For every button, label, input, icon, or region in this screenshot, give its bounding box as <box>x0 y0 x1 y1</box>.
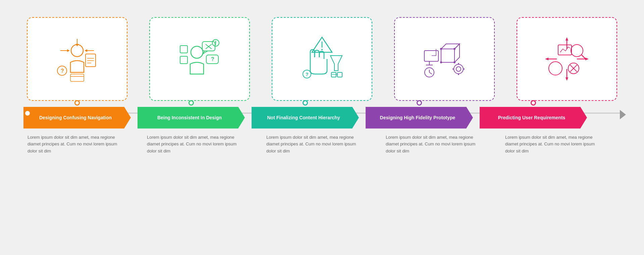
bottom-item-1: Lorem ipsum dolor sit dim amet, mea regi… <box>20 130 134 156</box>
requirements-icon <box>540 32 594 86</box>
middle-item-1: Designing Confusing Navigation <box>20 100 134 129</box>
svg-rect-71 <box>558 45 572 55</box>
svg-point-15 <box>191 46 203 58</box>
svg-point-69 <box>571 45 583 57</box>
timeline-start-dot <box>24 110 31 117</box>
bottom-section: Lorem ipsum dolor sit dim amet, mea regi… <box>10 130 634 156</box>
svg-point-39 <box>454 64 463 74</box>
label-text-5: Predicting User Requirements <box>498 115 566 121</box>
desc-1: Lorem ipsum dolor sit dim amet, mea regi… <box>27 133 127 156</box>
middle-item-4: Designing High Fidelity Prototype <box>362 100 476 129</box>
hierarchy-icon: ? <box>295 32 349 86</box>
svg-text:?: ? <box>211 56 214 62</box>
desc-3: Lorem ipsum dolor sit dim amet, mea regi… <box>266 133 366 156</box>
svg-marker-62 <box>545 58 548 60</box>
bottom-item-3: Lorem ipsum dolor sit dim amet, mea regi… <box>259 130 373 156</box>
svg-marker-60 <box>566 77 568 81</box>
svg-text:?: ? <box>306 72 309 77</box>
svg-rect-13 <box>70 74 84 81</box>
icon-card-4 <box>394 17 495 101</box>
card-item-2: ? <box>143 17 257 101</box>
dot-3 <box>303 100 308 106</box>
icon-card-3: ? <box>272 17 372 101</box>
svg-marker-36 <box>441 49 454 62</box>
bottom-item-4: Lorem ipsum dolor sit dim amet, mea regi… <box>378 130 492 156</box>
svg-rect-31 <box>331 72 336 77</box>
card-item-4 <box>387 17 501 101</box>
svg-line-70 <box>582 55 586 59</box>
middle-item-5: Predicting User Requirements <box>476 100 590 129</box>
svg-point-54 <box>453 48 455 50</box>
timeline-arrow <box>620 110 626 119</box>
svg-point-26 <box>215 44 216 45</box>
middle-item-3: Not Finalizing Content Hierarchy <box>248 100 362 129</box>
svg-point-29 <box>321 49 323 50</box>
label-text-2: Being Inconsistent In Design <box>157 115 222 121</box>
desc-4: Lorem ipsum dolor sit dim amet, mea regi… <box>385 133 486 156</box>
icon-card-2: ? <box>149 17 250 101</box>
svg-marker-64 <box>585 58 589 60</box>
card-item-1: ? <box>20 17 134 101</box>
middle-row: Designing Confusing Navigation Being Inc… <box>10 100 634 129</box>
card-item-3: ? <box>265 17 379 101</box>
svg-point-53 <box>440 48 442 50</box>
svg-marker-58 <box>566 37 568 41</box>
svg-marker-2 <box>67 49 70 52</box>
svg-rect-32 <box>337 72 342 77</box>
dot-2 <box>189 100 194 106</box>
label-2: Being Inconsistent In Design <box>138 107 245 129</box>
svg-rect-20 <box>180 46 187 53</box>
middle-item-2: Being Inconsistent In Design <box>134 100 248 129</box>
svg-point-55 <box>440 61 442 63</box>
navigation-icon: ? <box>50 32 104 86</box>
desc-5: Lorem ipsum dolor sit dim amet, mea regi… <box>504 133 605 156</box>
label-text-1: Designing Confusing Navigation <box>39 115 112 121</box>
dot-1 <box>74 100 80 106</box>
bottom-item-2: Lorem ipsum dolor sit dim amet, mea regi… <box>140 130 254 156</box>
icon-card-5 <box>517 17 617 101</box>
label-text-3: Not Finalizing Content Hierarchy <box>267 115 340 121</box>
infographic-container: ? <box>10 10 634 245</box>
bottom-item-5: Lorem ipsum dolor sit dim amet, mea regi… <box>498 130 612 156</box>
desc-2: Lorem ipsum dolor sit dim amet, mea regi… <box>146 133 247 156</box>
card-item-5 <box>510 17 624 101</box>
label-5: Predicting User Requirements <box>480 107 587 129</box>
dot-4 <box>417 100 422 106</box>
svg-marker-38 <box>454 44 460 62</box>
cards-row: ? <box>10 17 634 101</box>
label-3: Not Finalizing Content Hierarchy <box>252 107 359 129</box>
prototype-icon <box>418 32 471 86</box>
svg-point-56 <box>453 61 455 63</box>
svg-line-52 <box>429 72 432 74</box>
svg-text:?: ? <box>61 68 64 74</box>
svg-point-40 <box>456 67 461 71</box>
inconsistent-icon: ? <box>173 32 226 86</box>
label-1: Designing Confusing Navigation <box>23 107 131 129</box>
svg-marker-30 <box>330 56 342 71</box>
svg-marker-4 <box>85 49 87 52</box>
label-text-4: Designing High Fidelity Prototype <box>380 115 455 121</box>
icon-card-1: ? <box>27 17 127 101</box>
dot-5 <box>531 100 536 106</box>
svg-marker-6 <box>76 44 78 47</box>
svg-rect-7 <box>86 54 96 67</box>
label-4: Designing High Fidelity Prototype <box>366 107 473 129</box>
svg-rect-21 <box>180 56 187 64</box>
